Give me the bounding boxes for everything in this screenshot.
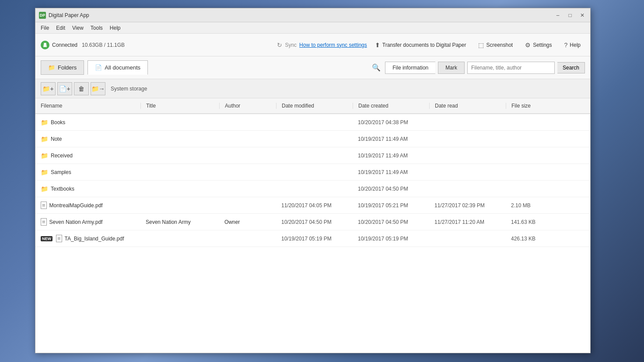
sync-area: ↻ Sync How to perform sync settings	[277, 42, 367, 49]
folder-icon: 📁	[41, 119, 48, 126]
tab-folders[interactable]: 📁 Folders	[41, 60, 84, 75]
app-icon: DP	[39, 12, 46, 19]
table-body: 📁Books10/20/2017 04:38 PM📁Note10/19/2017…	[35, 114, 590, 247]
menu-file[interactable]: File	[37, 23, 52, 33]
search-icon-button[interactable]: 🔍	[370, 62, 382, 73]
new-badge: NEW	[41, 236, 52, 241]
mark-button[interactable]: Mark	[438, 62, 465, 74]
sync-link[interactable]: How to perform sync settings	[299, 42, 367, 48]
main-window: DP Digital Paper App – □ ✕ File Edit Vie…	[35, 8, 591, 353]
folder-icon: 📁	[41, 169, 48, 176]
title-bar: DP Digital Paper App – □ ✕	[35, 8, 590, 22]
connection-indicator: Connected 10.63GB / 11.1GB	[41, 41, 125, 49]
maximize-button[interactable]: □	[566, 11, 574, 20]
file-table: Filename Title Author Date modified Date…	[35, 98, 590, 353]
col-header-author[interactable]: Author	[219, 103, 276, 109]
tab-all-documents[interactable]: 📄 All documents	[88, 60, 148, 75]
window-controls: – □ ✕	[553, 11, 587, 20]
cell-filename: NEW≡TA_Big_Island_Guide.pdf	[35, 235, 140, 242]
settings-icon: ⚙	[525, 42, 531, 49]
search-input[interactable]	[467, 62, 555, 74]
cell-date-created: 10/19/2017 11:49 AM	[353, 153, 429, 159]
transfer-button[interactable]: ⬆ Transfer documents to Digital Paper	[371, 39, 471, 51]
cell-date-modified: 10/19/2017 05:19 PM	[276, 236, 353, 242]
col-header-title[interactable]: Title	[140, 103, 219, 109]
move-button[interactable]: 📁→	[91, 82, 105, 95]
screenshot-button[interactable]: ⬚ Screenshot	[474, 39, 517, 51]
connection-dot	[41, 41, 49, 49]
cell-filename: 📁Note	[35, 136, 140, 143]
filename-text: Books	[51, 119, 65, 125]
folder-icon: 📁	[41, 185, 48, 192]
all-docs-tab-icon: 📄	[95, 64, 102, 71]
table-row[interactable]: NEW≡TA_Big_Island_Guide.pdf10/19/2017 05…	[35, 230, 590, 247]
folder-tab-label: Folders	[58, 64, 77, 71]
cell-filename: 📁Received	[35, 152, 140, 159]
cell-filename: 📁Samples	[35, 169, 140, 176]
menu-tools[interactable]: Tools	[87, 23, 106, 33]
cell-filename: 📁Books	[35, 119, 140, 126]
folder-tab-icon: 📁	[48, 64, 55, 71]
window-title: Digital Paper App	[49, 12, 553, 18]
table-header: Filename Title Author Date modified Date…	[35, 98, 590, 114]
help-button[interactable]: ? Help	[560, 39, 585, 51]
new-folder-button[interactable]: 📁+	[41, 82, 56, 95]
folder-icon: 📁	[41, 136, 48, 143]
menu-edit[interactable]: Edit	[52, 23, 69, 33]
all-docs-tab-label: All documents	[105, 64, 140, 71]
close-button[interactable]: ✕	[578, 11, 587, 20]
new-doc-icon: 📄+	[59, 85, 70, 92]
new-folder-icon: 📁+	[42, 85, 53, 92]
storage-label: System storage	[111, 86, 147, 92]
settings-button[interactable]: ⚙ Settings	[521, 39, 556, 51]
new-document-button[interactable]: 📄+	[57, 82, 72, 95]
connected-label: Connected	[52, 42, 77, 48]
table-row[interactable]: 📁Textbooks10/20/2017 04:50 PM	[35, 181, 590, 197]
table-row[interactable]: 📁Note10/19/2017 11:49 AM	[35, 131, 590, 147]
col-header-date-read[interactable]: Date read	[429, 103, 506, 109]
filename-text: Received	[51, 153, 73, 159]
filename-text: MontrealMapGuide.pdf	[49, 202, 103, 209]
col-header-date-modified[interactable]: Date modified	[276, 103, 353, 109]
col-header-date-created[interactable]: Date created	[353, 103, 429, 109]
table-row[interactable]: 📁Received10/19/2017 11:49 AM	[35, 147, 590, 164]
filename-text: Note	[51, 136, 62, 142]
cell-date-created: 10/19/2017 11:49 AM	[353, 169, 429, 175]
cell-date-modified: 11/20/2017 04:05 PM	[276, 202, 353, 209]
table-row[interactable]: 📁Books10/20/2017 04:38 PM	[35, 114, 590, 131]
table-row[interactable]: ≡Seven Nation Army.pdfSeven Nation ArmyO…	[35, 214, 590, 230]
cell-date-read: 11/27/2017 11:20 AM	[429, 219, 506, 225]
menu-help[interactable]: Help	[106, 23, 124, 33]
cell-date-created: 10/20/2017 04:50 PM	[353, 219, 429, 225]
cell-date-created: 10/20/2017 04:50 PM	[353, 186, 429, 192]
menu-view[interactable]: View	[69, 23, 87, 33]
cell-file-size: 141.63 KB	[506, 219, 590, 225]
sync-label: Sync	[285, 42, 297, 48]
pdf-icon: ≡	[41, 218, 47, 226]
cell-date-created: 10/20/2017 04:38 PM	[353, 119, 429, 125]
storage-info: 10.63GB / 11.1GB	[82, 42, 125, 48]
col-header-filename[interactable]: Filename	[35, 103, 140, 109]
table-row[interactable]: ≡MontrealMapGuide.pdf11/20/2017 04:05 PM…	[35, 197, 590, 214]
delete-icon: 🗑	[78, 85, 84, 92]
pdf-icon: ≡	[41, 202, 47, 209]
minimize-button[interactable]: –	[553, 11, 562, 20]
pdf-icon: ≡	[56, 235, 62, 242]
content-area: 📁 Folders 📄 All documents 🔍 File informa…	[35, 56, 590, 353]
table-row[interactable]: 📁Samples10/19/2017 11:49 AM	[35, 164, 590, 181]
file-information-button[interactable]: File information	[385, 62, 435, 74]
filename-text: TA_Big_Island_Guide.pdf	[65, 236, 124, 242]
col-header-file-size[interactable]: File size	[506, 103, 590, 109]
file-action-bar: 📁+ 📄+ 🗑 📁→ System storage	[35, 79, 590, 98]
filename-text: Textbooks	[51, 186, 74, 192]
screenshot-icon: ⬚	[478, 42, 484, 49]
cell-date-created: 10/19/2017 05:21 PM	[353, 202, 429, 209]
cell-file-size: 426.13 KB	[506, 236, 590, 242]
move-icon: 📁→	[91, 85, 105, 92]
delete-button[interactable]: 🗑	[74, 82, 89, 95]
cell-file-size: 2.10 MB	[506, 202, 590, 209]
search-button[interactable]: Search	[557, 62, 585, 73]
cell-date-modified: 10/20/2017 04:50 PM	[276, 219, 353, 225]
folder-icon: 📁	[41, 152, 48, 159]
filename-text: Samples	[51, 169, 71, 175]
